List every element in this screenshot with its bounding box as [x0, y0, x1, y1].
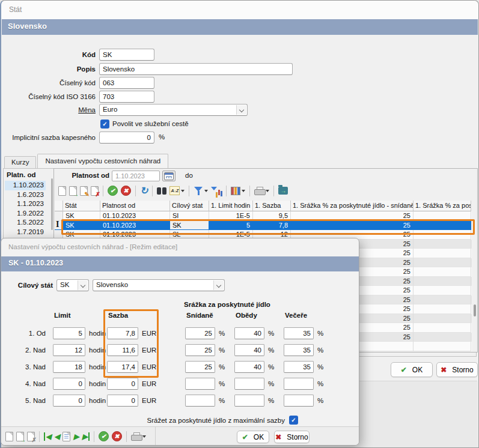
limit-header: Limit — [53, 312, 85, 319]
max-rate-checkbox[interactable]: ✓ — [289, 416, 298, 425]
search-button[interactable] — [156, 187, 167, 195]
first-record-button[interactable]: ◀ — [43, 432, 52, 441]
dialog-toolbar: → ✗ ◀ ◀ ▶ ▶ ✔ ✖ — [2, 429, 149, 444]
column-header[interactable]: 1. Srážka % za pos — [413, 201, 471, 211]
breakfast-input[interactable] — [185, 395, 215, 407]
breakfast-input[interactable]: 25 — [185, 361, 215, 373]
binoculars-icon — [157, 187, 166, 195]
print-button[interactable] — [130, 432, 147, 441]
allow-trip-checkbox[interactable]: ✓ — [100, 120, 109, 129]
cancel-button[interactable]: ✖ — [120, 185, 132, 196]
column-header[interactable]: 1. Srážka % za poskytnuté jídlo - snídan… — [291, 201, 413, 211]
breakfast-input[interactable] — [185, 378, 215, 390]
currency-unit-label: EUR — [138, 378, 185, 390]
nav-previous-icon: ◀ — [54, 432, 59, 441]
validity-item[interactable]: 1.5.2022 — [5, 218, 46, 228]
calendar-button[interactable] — [162, 171, 175, 181]
previous-record-button[interactable]: ◀ — [53, 432, 60, 441]
grid-header: StátPlatnost odCílový stat1. Limit hodin… — [55, 201, 472, 211]
export-button[interactable]: → — [278, 186, 288, 195]
kod-row: Kód SK — [1, 49, 478, 61]
currency-select[interactable]: Euro — [99, 104, 248, 116]
dinner-input[interactable]: 35 — [284, 361, 314, 373]
validity-item[interactable]: 1.1.2023 — [5, 199, 46, 209]
ciselny-kod-input[interactable]: 063 — [99, 77, 154, 89]
lunch-input[interactable]: 40 — [234, 327, 264, 339]
columns-button[interactable] — [230, 186, 246, 196]
kapesne-input[interactable]: 0 — [99, 132, 154, 144]
limit-input[interactable]: 0 — [53, 378, 85, 390]
limit-input[interactable]: 0 — [53, 395, 85, 407]
target-code-select[interactable]: SK — [56, 279, 89, 291]
dinner-input[interactable]: 35 — [284, 327, 314, 339]
iso-kod-label: Číselný kód ISO 3166 — [2, 91, 96, 103]
validity-item[interactable]: 1.9.2022 — [5, 209, 46, 219]
lunch-input[interactable] — [234, 395, 264, 407]
dinner-input[interactable] — [284, 395, 314, 407]
rate-input[interactable]: 17,4 — [107, 361, 138, 373]
platnost-od-input[interactable]: 1.10.2023 — [112, 171, 160, 181]
grid-scrollbar[interactable] — [474, 304, 476, 316]
table-row[interactable]: SK01.10.2023SI1E-59,525 — [55, 211, 472, 221]
rate-input[interactable]: 11,6 — [107, 344, 138, 356]
column-header[interactable]: Stát — [63, 201, 100, 211]
breakfast-input[interactable]: 25 — [185, 327, 215, 339]
lunch-input[interactable]: 40 — [234, 361, 264, 373]
next-record-button[interactable]: ▶ — [73, 432, 79, 441]
refresh-button[interactable]: ↻ — [139, 186, 148, 196]
print-button[interactable] — [254, 186, 270, 196]
dinner-input[interactable] — [284, 378, 314, 390]
delete-record-button[interactable]: ✗ — [90, 186, 99, 196]
storno-button[interactable]: ✖ Storno — [436, 362, 478, 377]
kod-input[interactable]: SK — [99, 49, 154, 61]
chevron-down-icon — [216, 283, 221, 288]
record-list-button[interactable] — [62, 431, 71, 442]
target-name-dropdown-button[interactable] — [213, 280, 224, 290]
filter-chart-button[interactable] — [210, 186, 222, 196]
ok-button[interactable]: ✔ OK — [391, 362, 433, 377]
confirm-button[interactable]: ✔ — [107, 185, 118, 196]
column-header[interactable]: 1. Sazba — [253, 201, 291, 211]
copy-record-button[interactable]: → — [16, 431, 25, 442]
dialog-storno-button[interactable]: ✖ Storno — [274, 431, 310, 443]
iso-kod-input[interactable]: 703 — [99, 91, 154, 103]
limit-input[interactable]: 18 — [53, 361, 85, 373]
table-row[interactable]: SK01.10.2023SK57,825 — [55, 221, 472, 231]
rate-input[interactable]: 0 — [107, 378, 138, 390]
last-record-button[interactable]: ▶ — [82, 432, 90, 441]
validity-item[interactable]: 1.10.2023 — [5, 181, 46, 190]
currency-dropdown-button[interactable] — [236, 105, 246, 115]
column-header[interactable]: 1. Limit hodin — [209, 201, 253, 211]
limit-input[interactable]: 5 — [53, 327, 85, 339]
rate-input[interactable]: 0 — [107, 395, 138, 407]
record-list-icon — [63, 432, 70, 441]
confirm-button[interactable]: ✔ — [98, 431, 109, 442]
validity-item[interactable]: 1.7.2019 — [5, 228, 46, 237]
rate-input[interactable]: 7,8 — [107, 327, 138, 339]
lunch-input[interactable]: 40 — [234, 344, 264, 356]
validity-scrollbar[interactable] — [51, 178, 53, 230]
breakfast-input[interactable]: 25 — [185, 344, 215, 356]
tab-nastaveni-nahrad[interactable]: Nastavení vypočtu cestovních náhrad — [37, 154, 168, 168]
delete-record-button[interactable]: ✗ — [26, 431, 35, 442]
column-header[interactable]: Cílový stat — [170, 201, 209, 211]
target-code-dropdown-button[interactable] — [78, 280, 88, 290]
lunch-input[interactable] — [234, 378, 264, 390]
new-record-button[interactable] — [58, 186, 67, 196]
limit-input[interactable]: 12 — [53, 344, 85, 356]
validity-item[interactable]: 1.6.2023 — [5, 190, 46, 200]
copy-record-button[interactable]: → — [69, 186, 78, 196]
popis-input[interactable]: Slovensko — [99, 63, 293, 75]
cancel-button[interactable]: ✖ — [111, 431, 123, 442]
toolbar-separator — [103, 186, 103, 196]
new-record-button[interactable] — [5, 431, 14, 442]
sort-button[interactable]: A↓Z — [169, 186, 185, 196]
tab-kurzy[interactable]: Kurzy — [4, 156, 36, 168]
dinner-input[interactable]: 35 — [284, 344, 314, 356]
dialog-ok-button[interactable]: ✔ OK — [237, 431, 269, 443]
edit-record-button[interactable]: ✎ — [79, 186, 88, 196]
filter-button[interactable] — [193, 186, 209, 196]
column-header[interactable]: Platnost od — [100, 201, 170, 211]
filter-chart-icon — [211, 186, 222, 196]
target-name-select[interactable]: Slovensko — [93, 279, 225, 291]
